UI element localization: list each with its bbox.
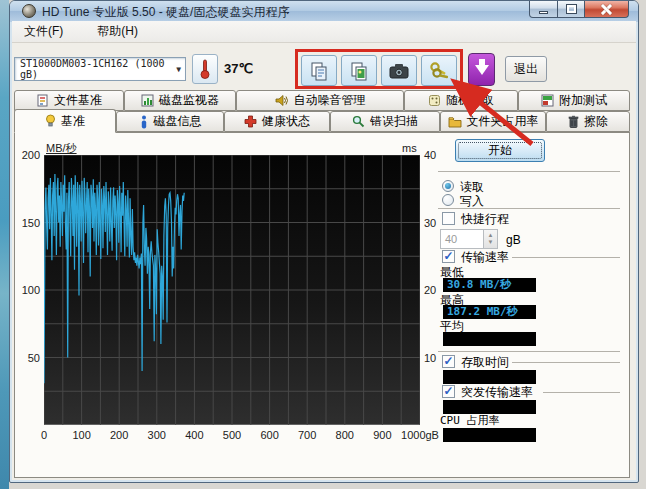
tab-random-access[interactable]: 随机存取 (404, 90, 518, 111)
short-stroke-input[interactable]: 40 (440, 229, 484, 249)
disk-monitor-icon (141, 94, 154, 107)
tab-label: 磁盘信息 (154, 113, 202, 130)
tick-label: 900 (362, 429, 402, 441)
temperature-button[interactable] (192, 54, 218, 84)
tab-benchmark[interactable]: 基准 (14, 109, 116, 133)
tab-label: 基准 (61, 113, 85, 130)
access-time-checkbox[interactable]: ✓ (442, 355, 455, 368)
tab-error-scan[interactable]: 错误扫描 (330, 111, 440, 132)
extra-tests-icon (541, 94, 554, 107)
trash-icon (568, 115, 579, 128)
burst-rate-value (443, 400, 536, 414)
tab-label: 错误扫描 (370, 113, 418, 130)
tab-health[interactable]: 健康状态 (224, 111, 330, 132)
close-button[interactable] (585, 1, 629, 18)
tick-label: 150 (8, 217, 40, 229)
drive-select[interactable]: ST1000DM003-1CH162 (1000 gB) ▼ (14, 57, 186, 81)
menu-file[interactable]: 文件(F) (20, 21, 67, 42)
spinner-arrows[interactable]: ▲▼ (484, 229, 498, 249)
tab-label: 自动噪音管理 (294, 92, 366, 109)
app-icon (22, 4, 36, 18)
separator (438, 208, 620, 209)
max-value: 187.2 MB/秒 (443, 305, 536, 319)
close-icon (601, 4, 612, 15)
tab-folder-usage[interactable]: 文件夹占用率 (440, 111, 546, 132)
menu-help[interactable]: 帮助(H) (93, 21, 142, 42)
separator (512, 362, 620, 363)
lamp-icon (45, 114, 56, 128)
start-button[interactable]: 开始 (455, 139, 545, 162)
tab-aam[interactable]: 自动噪音管理 (236, 90, 404, 111)
window-controls (529, 1, 629, 18)
tab-erase[interactable]: 擦除 (546, 111, 630, 132)
magnifier-icon (352, 115, 365, 128)
window-title: HD Tune 专业版 5.50 - 硬盘/固态硬盘实用程序 (42, 4, 289, 21)
tab-label: 文件基准 (54, 92, 102, 109)
tick-label: 100 (8, 284, 40, 296)
write-radio[interactable] (442, 194, 454, 206)
short-stroke-value: 40 (445, 233, 457, 245)
access-time-label: 存取时间 (461, 354, 509, 371)
tick-label: 40 (424, 149, 448, 161)
desktop-background (0, 0, 9, 489)
minimize-button[interactable] (529, 1, 558, 18)
focus-ring (458, 142, 542, 159)
speaker-icon (275, 94, 289, 107)
minimize-icon (539, 11, 548, 14)
separator (438, 351, 620, 352)
down-arrow-icon (475, 65, 489, 75)
tick-label: 200 (99, 429, 139, 441)
tick-label: 800 (325, 429, 365, 441)
min-value: 30.8 MB/秒 (443, 278, 536, 292)
download-button[interactable] (468, 53, 495, 86)
temperature-value: 37℃ (224, 61, 253, 76)
dice-icon (428, 94, 441, 107)
tab-label: 文件夹占用率 (467, 113, 539, 130)
drive-select-value: ST1000DM003-1CH162 (1000 gB) (20, 58, 185, 80)
spin-up-icon: ▲ (488, 232, 494, 239)
highlight-rectangle (295, 49, 463, 89)
maximize-icon (567, 5, 576, 13)
transfer-rate-checkbox[interactable]: ✓ (442, 250, 455, 263)
burst-rate-checkbox[interactable]: ✓ (442, 385, 455, 398)
exit-label: 退出 (514, 61, 538, 78)
maximize-button[interactable] (558, 1, 585, 18)
tick-label: 700 (287, 429, 327, 441)
tick-label: 50 (8, 352, 40, 364)
separator (512, 257, 620, 258)
tab-extra-tests[interactable]: 附加测试 (518, 90, 630, 111)
short-stroke-label: 快捷行程 (461, 211, 509, 228)
exit-button[interactable]: 退出 (505, 56, 547, 82)
tab-label: 健康状态 (262, 113, 310, 130)
tick-label: 100 (62, 429, 102, 441)
tick-label: 400 (174, 429, 214, 441)
tick-label: 300 (137, 429, 177, 441)
tick-label: 200 (8, 149, 40, 161)
spin-down-icon: ▼ (488, 239, 494, 246)
tab-label: 附加测试 (559, 92, 607, 109)
tick-label: 600 (250, 429, 290, 441)
short-stroke-checkbox[interactable] (442, 212, 455, 225)
short-stroke-unit: gB (506, 233, 521, 247)
y-axis-right-title: ms (402, 142, 417, 154)
tick-label: 500 (212, 429, 252, 441)
tab-label: 随机存取 (446, 92, 494, 109)
cpu-usage-value (443, 428, 536, 442)
access-time-value (443, 370, 536, 384)
file-benchmark-icon (36, 94, 49, 107)
tab-label: 磁盘监视器 (159, 92, 219, 109)
burst-rate-label: 突发传输速率 (461, 384, 533, 401)
separator (438, 171, 620, 172)
tab-disk-info[interactable]: 磁盘信息 (116, 111, 224, 132)
cpu-usage-label: CPU 占用率 (440, 413, 500, 428)
tab-label: 擦除 (584, 113, 608, 130)
tab-file-benchmark[interactable]: 文件基准 (14, 90, 124, 111)
menu-bar: 文件(F) 帮助(H) (12, 21, 636, 43)
read-radio[interactable] (442, 180, 454, 192)
tab-disk-monitor[interactable]: 磁盘监视器 (124, 90, 236, 111)
chevron-down-icon: ▼ (176, 65, 181, 74)
tick-label: 0 (24, 429, 64, 441)
info-icon (139, 115, 149, 129)
benchmark-plot (44, 155, 420, 425)
separator (543, 392, 620, 393)
